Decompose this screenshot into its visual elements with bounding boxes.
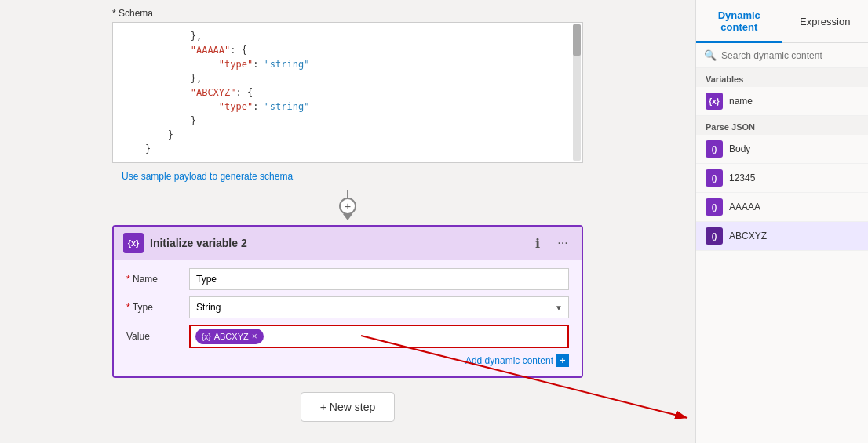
name-field-row: * Name [126,268,569,290]
schema-container: }, "AAAAA": { "type": "string" }, "ABCXY… [112,22,583,163]
add-dynamic-content-link[interactable]: Add dynamic content + [465,354,569,367]
code-line: } [122,114,573,128]
connector-line-top [347,190,348,198]
add-plus-icon: + [556,354,569,367]
name-label: * Name [126,274,189,285]
code-line: "ABCXYZ": { [122,85,573,100]
more-options-button[interactable]: ··· [553,234,572,252]
dynamic-content-search[interactable] [721,50,860,61]
12345-icon: () [706,169,723,187]
connector-arrow [343,214,352,220]
init-card-title: Initialize variable 2 [150,237,522,249]
name-input[interactable] [189,268,569,290]
code-line: }, [122,29,573,43]
add-dynamic-row: Add dynamic content + [126,354,569,367]
token-close-button[interactable]: × [252,331,257,342]
code-line: } [122,128,573,142]
info-button[interactable]: ℹ [528,234,547,252]
add-dynamic-label: Add dynamic content [465,355,553,366]
schema-label: * Schema [112,8,153,19]
variables-section-label: Variables [696,68,868,87]
code-line: } [122,142,573,156]
type-select-wrapper: String ▼ [189,296,569,318]
dynamic-item-aaaaa[interactable]: () AAAAA [696,193,868,222]
type-label: * Type [126,302,189,313]
right-panel: Dynamic content Expression 🔍 Variables {… [695,0,868,443]
variable-icon: {x} [123,233,144,253]
value-label: Value [126,331,189,342]
type-field-row: * Type String ▼ [126,296,569,318]
abcxyz-panel-icon: () [706,227,723,245]
main-canvas: * Schema }, "AAAAA": { "type": "string" … [0,0,695,443]
dynamic-item-body[interactable]: () Body [696,135,868,164]
new-step-button[interactable]: + New step [301,392,395,422]
init-header-icons: ℹ ··· [528,234,572,252]
code-line: }, [122,71,573,85]
panel-tabs: Dynamic content Expression [696,0,868,43]
schema-scrollbar[interactable] [573,24,581,161]
schema-scrollbar-thumb [573,24,581,56]
abcxyz-panel-label: ABCXYZ [729,231,767,241]
abcxyz-token[interactable]: {x} ABCXYZ × [195,329,264,344]
init-variable-card: {x} Initialize variable 2 ℹ ··· * Name [112,225,583,378]
dynamic-item-12345[interactable]: () 12345 [696,164,868,193]
panel-search: 🔍 [696,43,868,68]
dynamic-item-abcxyz[interactable]: () ABCXYZ [696,222,868,251]
new-step-label: + New step [320,401,375,413]
token-var-icon: {x} [202,332,211,341]
parse-json-section-label: Parse JSON [696,116,868,135]
value-field-row: Value {x} ABCXYZ × [126,325,569,348]
body-label: Body [729,143,750,154]
12345-label: 12345 [729,172,755,183]
token-label: ABCXYZ [214,332,249,341]
init-card-body: * Name * Type String ▼ Value [114,260,582,376]
name-var-label: name [729,96,753,107]
init-card-header: {x} Initialize variable 2 ℹ ··· [114,227,582,260]
aaaaa-icon: () [706,198,723,216]
tab-expression[interactable]: Expression [782,0,869,43]
body-icon: () [706,140,723,158]
value-input-area[interactable]: {x} ABCXYZ × [189,325,569,348]
code-line: "type": "string" [122,57,573,71]
type-select[interactable]: String [189,296,569,318]
code-line: "AAAAA": { [122,43,573,57]
use-sample-link[interactable]: Use sample payload to generate schema [112,166,293,187]
search-icon: 🔍 [704,49,717,61]
connector: + [339,190,356,220]
tab-dynamic-content[interactable]: Dynamic content [696,0,782,43]
aaaaa-label: AAAAA [729,202,760,212]
code-line: "type": "string" [122,100,573,114]
name-var-icon: {x} [706,93,723,110]
add-step-button[interactable]: + [339,198,356,215]
dynamic-item-name[interactable]: {x} name [696,87,868,116]
